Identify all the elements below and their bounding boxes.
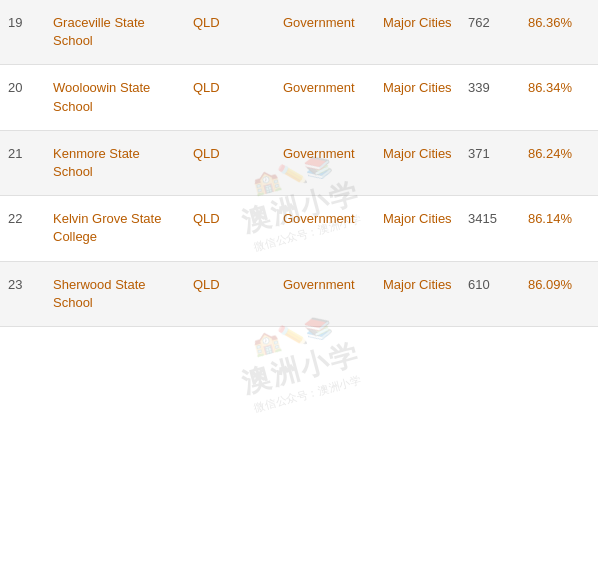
- cell-count: 339: [460, 75, 515, 101]
- cell-type: Government: [275, 141, 375, 167]
- cell-rank: 21: [0, 141, 45, 167]
- cell-type: Government: [275, 272, 375, 298]
- cell-location: Major Cities: [375, 10, 460, 36]
- cell-percent: 86.14%: [515, 206, 580, 232]
- cell-location: Major Cities: [375, 206, 460, 232]
- cell-rank: 23: [0, 272, 45, 298]
- cell-name: Kenmore State School: [45, 141, 185, 185]
- cell-percent: 86.36%: [515, 10, 580, 36]
- cell-rank: 22: [0, 206, 45, 232]
- cell-state: QLD: [185, 10, 275, 36]
- cell-type: Government: [275, 75, 375, 101]
- cell-state: QLD: [185, 206, 275, 232]
- cell-name: Sherwood State School: [45, 272, 185, 316]
- cell-location: Major Cities: [375, 272, 460, 298]
- table-row: 21 Kenmore State School QLD Government M…: [0, 131, 598, 196]
- table-row: 23 Sherwood State School QLD Government …: [0, 262, 598, 327]
- cell-rank: 20: [0, 75, 45, 101]
- cell-location: Major Cities: [375, 141, 460, 167]
- table-row: 22 Kelvin Grove State College QLD Govern…: [0, 196, 598, 261]
- cell-percent: 86.24%: [515, 141, 580, 167]
- cell-name: Wooloowin State School: [45, 75, 185, 119]
- data-table: 19 Graceville State School QLD Governmen…: [0, 0, 598, 327]
- cell-state: QLD: [185, 75, 275, 101]
- cell-name: Graceville State School: [45, 10, 185, 54]
- cell-percent: 86.34%: [515, 75, 580, 101]
- watermark-sub-2: 微信公众号：澳洲小学: [252, 372, 362, 415]
- cell-name: Kelvin Grove State College: [45, 206, 185, 250]
- cell-type: Government: [275, 10, 375, 36]
- table-row: 19 Graceville State School QLD Governmen…: [0, 0, 598, 65]
- cell-count: 3415: [460, 206, 515, 232]
- cell-count: 762: [460, 10, 515, 36]
- cell-rank: 19: [0, 10, 45, 36]
- table-row: 20 Wooloowin State School QLD Government…: [0, 65, 598, 130]
- cell-type: Government: [275, 206, 375, 232]
- watermark-brand-2: 澳洲小学: [238, 334, 364, 402]
- cell-location: Major Cities: [375, 75, 460, 101]
- cell-percent: 86.09%: [515, 272, 580, 298]
- cell-state: QLD: [185, 141, 275, 167]
- cell-count: 371: [460, 141, 515, 167]
- cell-count: 610: [460, 272, 515, 298]
- cell-state: QLD: [185, 272, 275, 298]
